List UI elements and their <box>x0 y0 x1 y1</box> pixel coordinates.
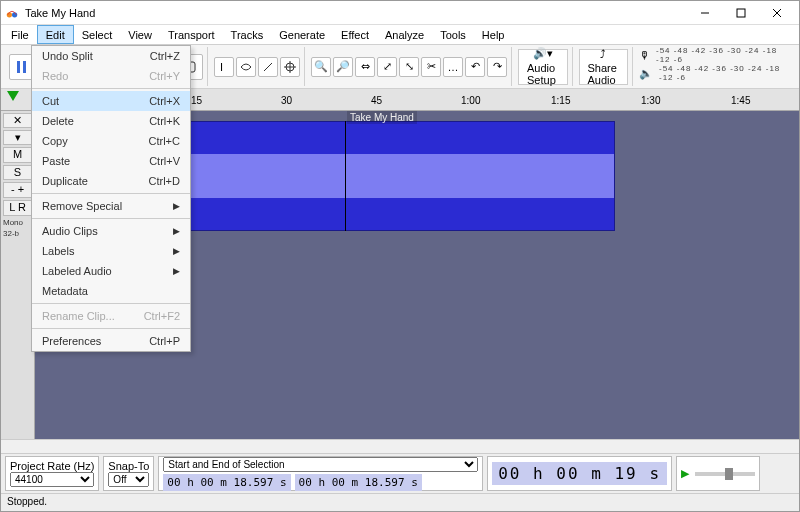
zoom-in-icon[interactable]: 🔍 <box>311 57 331 77</box>
edit-menu-copy[interactable]: CopyCtrl+C <box>32 131 190 151</box>
menu-effect[interactable]: Effect <box>333 25 377 44</box>
track-format-bits: 32-b <box>3 229 32 238</box>
ruler-tick: 30 <box>281 95 292 106</box>
edit-menu-labeled-audio[interactable]: Labeled Audio▶ <box>32 261 190 281</box>
menu-help[interactable]: Help <box>474 25 513 44</box>
track-control-panel[interactable]: ✕ ▾ M S - + L R Mono 32-b <box>1 111 35 439</box>
mute-button[interactable]: M <box>3 147 32 162</box>
project-rate-label: Project Rate (Hz) <box>10 460 94 472</box>
edit-menu-undo-split[interactable]: Undo SplitCtrl+Z <box>32 46 190 66</box>
menu-edit[interactable]: Edit <box>37 25 74 44</box>
app-icon <box>5 6 19 20</box>
edit-menu-rename-clip-: Rename Clip...Ctrl+F2 <box>32 306 190 326</box>
speaker-icon: 🔊▾ <box>533 47 553 60</box>
edit-menu-preferences[interactable]: PreferencesCtrl+P <box>32 331 190 351</box>
edit-menu-redo: RedoCtrl+Y <box>32 66 190 86</box>
ruler-tick: 15 <box>191 95 202 106</box>
draw-tool-icon[interactable] <box>258 57 278 77</box>
audio-setup-label: Audio Setup <box>527 62 559 86</box>
record-meter[interactable]: -54 -48 -42 -36 -30 -24 -18 -12 -6 <box>656 47 791 63</box>
selection-tool-icon[interactable]: I <box>214 57 234 77</box>
audio-position-time[interactable]: 00 h 00 m 19 s <box>492 462 667 485</box>
menu-tracks[interactable]: Tracks <box>223 25 272 44</box>
edit-menu-delete[interactable]: DeleteCtrl+K <box>32 111 190 131</box>
close-button[interactable] <box>759 1 795 24</box>
menubar: File Edit Select View Transport Tracks G… <box>1 25 799 45</box>
redo-icon[interactable]: ↷ <box>487 57 507 77</box>
envelope-tool-icon[interactable] <box>236 57 256 77</box>
edit-menu-cut[interactable]: CutCtrl+X <box>32 91 190 111</box>
gain-slider[interactable]: - + <box>3 182 32 198</box>
edit-menu-remove-special[interactable]: Remove Special▶ <box>32 196 190 216</box>
playback-speed-slider[interactable] <box>695 472 755 476</box>
track-format-mono: Mono <box>3 218 32 227</box>
menu-view[interactable]: View <box>120 25 160 44</box>
edit-menu-metadata[interactable]: Metadata <box>32 281 190 301</box>
trim-outside-icon[interactable]: ✂ <box>421 57 441 77</box>
fit-project-icon[interactable]: ⤢ <box>377 57 397 77</box>
edit-menu-labels[interactable]: Labels▶ <box>32 241 190 261</box>
ruler-tick: 1:30 <box>641 95 660 106</box>
menu-transport[interactable]: Transport <box>160 25 223 44</box>
menu-analyze[interactable]: Analyze <box>377 25 432 44</box>
ruler-tick: 45 <box>371 95 382 106</box>
clip-title: Take My Hand <box>347 111 417 124</box>
ruler-tick: 1:45 <box>731 95 750 106</box>
edit-menu-paste[interactable]: PasteCtrl+V <box>32 151 190 171</box>
menu-generate[interactable]: Generate <box>271 25 333 44</box>
share-audio-button[interactable]: ⤴ Share Audio <box>579 49 629 85</box>
ruler-tick: 1:15 <box>551 95 570 106</box>
clip-split-line <box>345 121 346 231</box>
mic-icon[interactable]: 🎙 <box>639 49 650 61</box>
svg-rect-7 <box>23 61 26 73</box>
svg-rect-3 <box>737 9 745 17</box>
svg-rect-6 <box>17 61 20 73</box>
audio-setup-button[interactable]: 🔊▾ Audio Setup <box>518 49 568 85</box>
selection-mode-select[interactable]: Start and End of Selection <box>163 457 478 472</box>
selection-toolbar: Project Rate (Hz) 44100 Snap-To Off Star… <box>1 453 799 493</box>
edit-menu-duplicate[interactable]: DuplicateCtrl+D <box>32 171 190 191</box>
play-meter[interactable]: -54 -48 -42 -36 -30 -24 -18 -12 -6 <box>659 65 791 81</box>
project-rate-select[interactable]: 44100 <box>10 472 94 487</box>
snap-to-label: Snap-To <box>108 460 149 472</box>
window-title: Take My Hand <box>25 7 687 19</box>
selection-start-time[interactable]: 00 h 00 m 18.597 s <box>163 474 290 491</box>
multi-tool-icon[interactable] <box>280 57 300 77</box>
status-bar: Stopped. <box>1 493 799 511</box>
selection-end-time[interactable]: 00 h 00 m 18.597 s <box>295 474 422 491</box>
undo-icon[interactable]: ↶ <box>465 57 485 77</box>
track-close-button[interactable]: ✕ <box>3 113 32 128</box>
snap-to-select[interactable]: Off <box>108 472 149 487</box>
fit-selection-icon[interactable]: ⇔ <box>355 57 375 77</box>
ruler-tick: 1:00 <box>461 95 480 106</box>
edit-menu-audio-clips[interactable]: Audio Clips▶ <box>32 221 190 241</box>
zoom-out-icon[interactable]: 🔎 <box>333 57 353 77</box>
edit-dropdown: Undo SplitCtrl+ZRedoCtrl+YCutCtrl+XDelet… <box>31 45 191 352</box>
track-menu-button[interactable]: ▾ <box>3 130 32 145</box>
play-at-speed-button[interactable]: ▶ <box>681 467 689 480</box>
menu-file[interactable]: File <box>3 25 37 44</box>
playhead-marker[interactable] <box>7 91 19 101</box>
pan-slider[interactable]: L R <box>3 200 32 216</box>
maximize-button[interactable] <box>723 1 759 24</box>
share-audio-label: Share Audio <box>588 62 620 86</box>
share-icon: ⤴ <box>600 48 606 60</box>
horizontal-scrollbar[interactable] <box>1 439 799 453</box>
menu-tools[interactable]: Tools <box>432 25 474 44</box>
svg-text:I: I <box>220 61 223 73</box>
silence-icon[interactable]: … <box>443 57 463 77</box>
solo-button[interactable]: S <box>3 165 32 180</box>
minimize-button[interactable] <box>687 1 723 24</box>
menu-select[interactable]: Select <box>74 25 121 44</box>
speaker-meter-icon[interactable]: 🔈 <box>639 67 653 80</box>
zoom-toggle-icon[interactable]: ⤡ <box>399 57 419 77</box>
